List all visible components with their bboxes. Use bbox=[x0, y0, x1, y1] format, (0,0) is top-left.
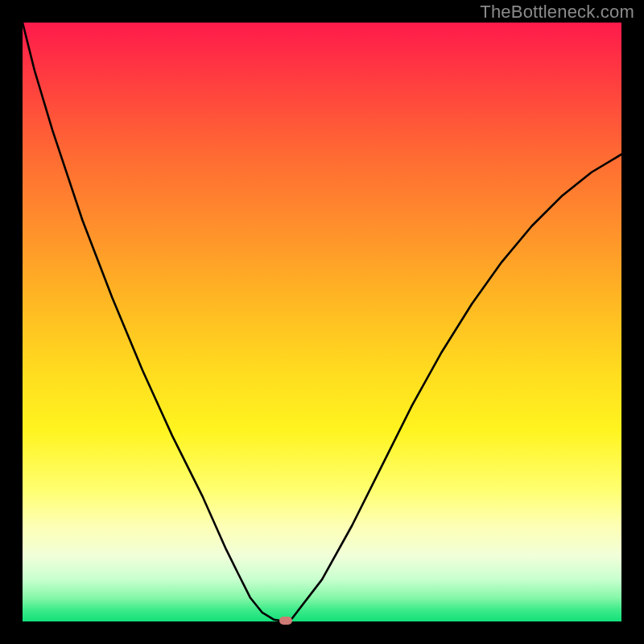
bottleneck-curve bbox=[23, 23, 621, 621]
curve-path bbox=[23, 23, 621, 621]
chart-frame: TheBottleneck.com bbox=[0, 0, 644, 644]
minimum-marker bbox=[279, 617, 292, 625]
watermark-text: TheBottleneck.com bbox=[480, 2, 634, 23]
